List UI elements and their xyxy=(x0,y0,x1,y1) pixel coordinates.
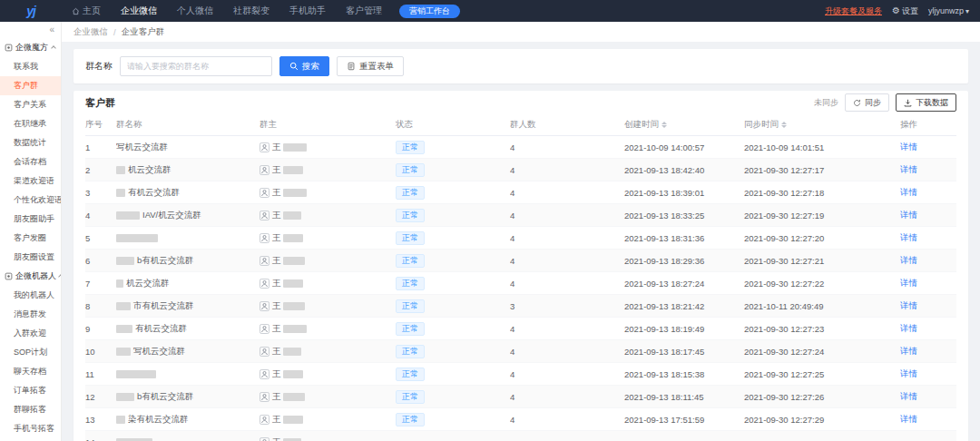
action-cell: 详情 xyxy=(900,278,956,289)
group-name: 机云交流群 xyxy=(126,278,170,289)
detail-link[interactable]: 详情 xyxy=(900,414,917,426)
detail-link[interactable]: 详情 xyxy=(900,164,917,176)
created-time: 2021-09-13 18:21:42 xyxy=(624,301,744,311)
detail-link[interactable]: 详情 xyxy=(900,142,917,153)
status-cell: 正常 xyxy=(396,254,510,268)
table-row: 4 IAV/机云交流群 王 正常 4 2021-09-13 18:33:25 2… xyxy=(85,204,956,227)
member-count: 4 xyxy=(510,415,624,425)
col-sync-label: 同步时间 xyxy=(744,119,779,131)
detail-link[interactable]: 详情 xyxy=(900,323,917,335)
detail-link[interactable]: 详情 xyxy=(900,187,917,199)
sidebar-collapse-button[interactable]: « xyxy=(0,22,61,38)
sidebar-item[interactable]: 入群欢迎 xyxy=(0,324,61,343)
sidebar-item[interactable]: 朋友圈助手 xyxy=(0,210,61,229)
redacted-text xyxy=(116,211,140,220)
nav-item[interactable]: 个人微信 xyxy=(167,0,223,22)
form-icon xyxy=(347,62,356,71)
sort-icon[interactable] xyxy=(781,122,787,128)
search-button[interactable]: 搜索 xyxy=(279,56,329,76)
upgrade-link[interactable]: 升级套餐及服务 xyxy=(825,5,882,17)
group-owner-cell: 王 xyxy=(260,300,396,312)
person-icon xyxy=(260,188,270,198)
sidebar-item[interactable]: 朋友圈设置 xyxy=(0,248,61,267)
nav-item[interactable]: 主页 xyxy=(62,0,111,22)
detail-link[interactable]: 详情 xyxy=(900,232,917,244)
reset-form-button[interactable]: 重置表单 xyxy=(337,56,404,76)
sync-button[interactable]: 同步 xyxy=(845,93,889,112)
sidebar-item[interactable]: 个性化欢迎语 xyxy=(0,191,61,210)
synced-time: 2021-09-30 12:27:19 xyxy=(744,211,900,220)
detail-link[interactable]: 详情 xyxy=(900,300,917,312)
group-name: 有机云交流群 xyxy=(128,187,180,199)
sidebar-item[interactable]: 我的机器人 xyxy=(0,286,61,305)
download-data-button[interactable]: 下载数据 xyxy=(896,93,956,112)
nav-item[interactable]: 企业微信 xyxy=(111,0,167,22)
breadcrumb-current: 企业客户群 xyxy=(122,26,165,38)
redacted-text xyxy=(283,279,303,288)
nav-item[interactable]: 手机助手 xyxy=(279,0,336,22)
group-owner-cell: 王 xyxy=(260,255,396,267)
sidebar-item[interactable]: 渠道欢迎语 xyxy=(0,172,61,191)
row-index: 13 xyxy=(85,415,116,425)
sort-icon[interactable] xyxy=(662,122,667,128)
col-sync-time[interactable]: 同步时间 xyxy=(744,119,900,131)
detail-link[interactable]: 详情 xyxy=(900,346,917,358)
status-badge: 正常 xyxy=(396,390,425,404)
nav-item-label: 客户管理 xyxy=(346,5,382,17)
owner-name: 王 xyxy=(272,232,281,244)
topbar: yj 主页 企业微信 个人微信 社群裂变 手机助手 客户管理 营销工作台 升级套… xyxy=(0,0,980,22)
detail-link[interactable]: 详情 xyxy=(900,391,917,403)
synced-time: 2021-09-30 12:27:17 xyxy=(744,165,900,175)
sidebar-item[interactable]: 在职继承 xyxy=(0,114,61,133)
col-index: 序号 xyxy=(85,119,116,131)
nav-item[interactable]: 社群裂变 xyxy=(223,0,279,22)
table-row: 13 染有机云交流群 王 正常 4 2021-09-13 17:51:59 20… xyxy=(85,408,956,431)
sidebar-item[interactable]: 客户关系 xyxy=(0,95,61,114)
user-menu[interactable]: yljyunwzp ▾ xyxy=(928,6,969,15)
table-header: 序号 群名称 群主 状态 群人数 创建时间 同步时间 操作 xyxy=(85,114,956,136)
sidebar-item[interactable]: SOP计划 xyxy=(0,343,61,362)
sidebar-item[interactable]: 联系我 xyxy=(0,57,61,76)
table-row: 12 b有机云交流群 王 正常 4 2021-09-13 18:11:45 20… xyxy=(85,386,956,408)
sidebar-item[interactable]: 会话存档 xyxy=(0,152,61,172)
action-cell: 详情 xyxy=(900,323,956,335)
status-cell: 正常 xyxy=(396,299,510,313)
sidebar-item[interactable]: 消息群发 xyxy=(0,305,61,324)
status-badge: 正常 xyxy=(396,345,425,358)
group-owner-cell: 王 xyxy=(260,323,396,335)
col-created-time[interactable]: 创建时间 xyxy=(624,119,744,131)
detail-link[interactable]: 详情 xyxy=(900,210,917,221)
sidebar-item[interactable]: 群聊拓客 xyxy=(0,400,61,419)
sidebar-item[interactable]: 聊天存档 xyxy=(0,362,61,381)
settings-button[interactable]: ⚙ 设置 xyxy=(892,5,918,17)
search-button-label: 搜索 xyxy=(302,61,319,73)
nav-item[interactable]: 客户管理 xyxy=(336,0,392,22)
sidebar-section[interactable]: 企微魔方 xyxy=(0,38,61,57)
status-badge: 正常 xyxy=(396,254,425,268)
brand-logo[interactable]: yj xyxy=(0,4,62,18)
col-group-name: 群名称 xyxy=(116,119,260,131)
sidebar-item[interactable]: 客户群 xyxy=(0,76,61,95)
sync-status-text: 未同步 xyxy=(814,97,838,109)
workbench-button[interactable]: 营销工作台 xyxy=(399,5,460,18)
detail-link[interactable]: 详情 xyxy=(900,255,917,267)
sidebar-item[interactable]: 数据统计 xyxy=(0,133,61,152)
detail-link[interactable]: 详情 xyxy=(900,368,917,380)
redacted-text xyxy=(116,166,125,174)
group-name-input[interactable] xyxy=(120,56,272,76)
sidebar-item[interactable]: 订单拓客 xyxy=(0,381,61,400)
sidebar-item[interactable]: 客户发圈 xyxy=(0,229,61,248)
group-owner-cell: 王 xyxy=(260,368,396,380)
breadcrumb-parent[interactable]: 企业微信 xyxy=(74,26,108,38)
person-icon xyxy=(260,347,270,357)
group-name: b有机云交流群 xyxy=(137,255,193,267)
group-name-cell: 机云交流群 xyxy=(116,278,260,289)
sidebar-section[interactable]: 企微机器人 xyxy=(0,267,61,286)
person-icon xyxy=(260,392,270,402)
detail-link[interactable]: 详情 xyxy=(900,278,917,289)
sidebar-item[interactable]: 手机号拓客 xyxy=(0,419,61,438)
group-name-cell: 机云交流群 xyxy=(116,164,260,176)
owner-name: 王 xyxy=(272,346,281,358)
table-row: 6 b有机云交流群 王 正常 4 2021-09-13 18:29:36 202… xyxy=(85,250,956,272)
person-icon xyxy=(260,437,270,441)
